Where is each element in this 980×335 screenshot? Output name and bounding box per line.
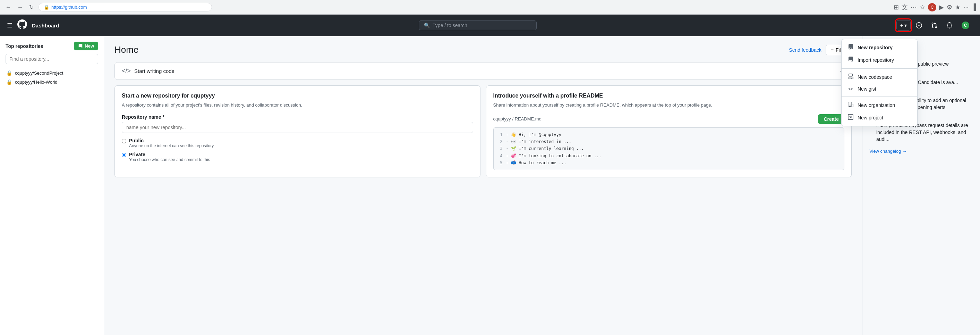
new-repo-label: New repository — [858, 45, 892, 50]
new-btn-label: New — [84, 43, 94, 49]
new-gist-icon: <> — [847, 86, 854, 91]
readme-line-content-0: - 👋 Hi, I'm @cquptyyy — [506, 131, 562, 138]
new-dropdown-menu: New repository Import repository New cod… — [841, 39, 918, 126]
repo-item-0[interactable]: 🔒 cquptyyy/SecondProject — [6, 69, 98, 77]
readme-editor: 1 - 👋 Hi, I'm @cquptyyy 2 - 👀 I'm intere… — [493, 128, 845, 171]
new-org-label: New organization — [858, 102, 895, 108]
extensions-icon[interactable]: ⊞ — [894, 3, 899, 11]
page-title: Home — [115, 45, 138, 55]
readme-line-0: 1 - 👋 Hi, I'm @cquptyyy — [497, 131, 841, 138]
avatar-button[interactable]: C — [958, 19, 973, 32]
readme-line-content-4: - 📫 How to reach me ... — [506, 160, 566, 166]
private-desc: You choose who can see and commit to thi… — [129, 157, 210, 162]
sidebar: Top repositories New 🔒 cquptyyy/SecondPr… — [0, 36, 104, 335]
content-area: Home Send feedback ≡ Filter </> Start wr… — [104, 36, 862, 335]
play-icon[interactable]: ▶ — [939, 3, 944, 11]
readme-line-num-1: 2 — [497, 138, 503, 145]
repo-name-label: Repository name * — [122, 114, 473, 120]
more-options-icon[interactable]: ··· — [963, 3, 969, 11]
readme-line-num-3: 4 — [497, 152, 503, 160]
lock-icon: 🔒 — [44, 5, 49, 10]
github-header: ☰ Dashboard 🔍 Type / to search + ▾ — [0, 14, 980, 36]
new-project-icon — [847, 114, 854, 121]
top-repos-header: Top repositories New — [6, 41, 98, 50]
address-bar[interactable]: 🔒 https://github.com — [38, 3, 212, 11]
dropdown-item-new-repository[interactable]: New repository — [842, 41, 917, 54]
search-icon: 🔍 — [424, 22, 430, 28]
star-icon[interactable]: ★ — [955, 3, 961, 11]
settings-icon[interactable]: ⚙ — [947, 3, 952, 11]
dropdown-item-new-gist[interactable]: <> New gist — [842, 83, 917, 94]
readme-card-desc: Share information about yourself by crea… — [493, 102, 845, 108]
readme-line-num-4: 5 — [497, 160, 503, 166]
start-writing-code-card: </> Start writing code ··· — [115, 62, 852, 80]
new-repo-card: Start a new repository for cquptyyy A re… — [115, 85, 480, 177]
new-codespace-label: New codespace — [858, 74, 892, 80]
notifications-button[interactable] — [943, 20, 956, 31]
import-repo-icon — [847, 57, 854, 64]
reader-icon[interactable]: ⋯ — [911, 3, 917, 11]
issues-button[interactable] — [912, 20, 926, 31]
new-button-container: + ▾ New repository Import repository — [896, 20, 911, 30]
dashboard-label: Dashboard — [32, 22, 59, 29]
public-label: Public — [129, 138, 214, 144]
private-radio[interactable] — [122, 153, 126, 157]
top-repos-label: Top repositories — [6, 43, 43, 49]
new-gist-label: New gist — [858, 86, 876, 92]
readme-card: Introduce yourself with a profile README… — [486, 85, 852, 177]
back-button[interactable]: ← — [4, 3, 13, 12]
forward-button[interactable]: → — [16, 3, 24, 12]
readme-path-text: cquptyyy / README.md — [493, 116, 541, 121]
pull-requests-button[interactable] — [927, 20, 941, 31]
private-label: Private — [129, 152, 210, 157]
header-center: 🔍 Type / to search — [65, 21, 891, 30]
repo-name-input[interactable] — [122, 122, 473, 133]
new-repo-card-desc: A repository contains all of your projec… — [122, 102, 473, 108]
repo-name-0: cquptyyy/SecondProject — [15, 70, 63, 76]
public-desc: Anyone on the internet can see this repo… — [129, 144, 214, 148]
dropdown-item-new-organization[interactable]: New organization — [842, 99, 917, 112]
new-repo-card-title: Start a new repository for cquptyyy — [122, 93, 473, 99]
public-radio[interactable] — [122, 139, 126, 144]
send-feedback-button[interactable]: Send feedback — [789, 47, 821, 53]
repo-search-input[interactable] — [6, 54, 98, 64]
new-org-icon — [847, 102, 854, 108]
browser-chrome: ← → ↻ 🔒 https://github.com ⊞ 文 ⋯ ☆ C ▶ ⚙… — [0, 0, 980, 14]
hamburger-button[interactable]: ☰ — [7, 22, 13, 29]
content-header: Home Send feedback ≡ Filter — [115, 45, 852, 55]
refresh-button[interactable]: ↻ — [28, 2, 35, 12]
repo-item-1[interactable]: 🔒 cquptyyy/Hello-World — [6, 77, 98, 86]
new-dropdown-button[interactable]: + ▾ — [896, 20, 911, 30]
create-readme-button[interactable]: Create — [818, 114, 844, 124]
url-text: https://github.com — [51, 5, 87, 10]
search-bar[interactable]: 🔍 Type / to search — [419, 21, 537, 30]
sidebar-toggle-icon[interactable]: ▐ — [971, 3, 976, 11]
profile-icon[interactable]: C — [928, 3, 936, 11]
dropdown-item-import-repository[interactable]: Import repository — [842, 54, 917, 66]
import-repo-label: Import repository — [858, 57, 894, 63]
readme-line-num-2: 3 — [497, 145, 503, 152]
header-left: ☰ Dashboard — [7, 19, 59, 32]
readme-line-3: 4 - 💞 I'm looking to collaborate on ... — [497, 152, 841, 160]
readme-line-num-0: 1 — [497, 131, 503, 138]
plus-icon: + — [900, 22, 903, 28]
header-right: + ▾ New repository Import repository — [896, 19, 973, 32]
search-placeholder: Type / to search — [433, 22, 467, 28]
favorites-icon[interactable]: ☆ — [920, 3, 925, 11]
private-option: Private You choose who can see and commi… — [122, 152, 473, 162]
chevron-icon: ▾ — [904, 22, 907, 28]
dropdown-item-new-project[interactable]: New project — [842, 112, 917, 124]
start-code-left: </> Start writing code — [122, 67, 175, 75]
dropdown-item-new-codespace[interactable]: New codespace — [842, 71, 917, 83]
repo-private-icon-0: 🔒 — [6, 70, 12, 76]
cards-row: Start a new repository for cquptyyy A re… — [115, 85, 852, 177]
repo-name-1: cquptyyy/Hello-World — [15, 80, 57, 85]
new-repo-icon — [847, 44, 854, 51]
translate-icon[interactable]: 文 — [902, 3, 908, 11]
filter-icon: ≡ — [831, 47, 834, 53]
new-repo-button[interactable]: New — [74, 41, 98, 50]
readme-card-title: Introduce yourself with a profile README — [493, 93, 845, 99]
browser-toolbar-icons: ⊞ 文 ⋯ ☆ C ▶ ⚙ ★ ··· ▐ — [894, 3, 976, 11]
start-writing-code-label: Start writing code — [134, 68, 175, 74]
view-changelog-link[interactable]: View changelog → — [869, 148, 907, 154]
